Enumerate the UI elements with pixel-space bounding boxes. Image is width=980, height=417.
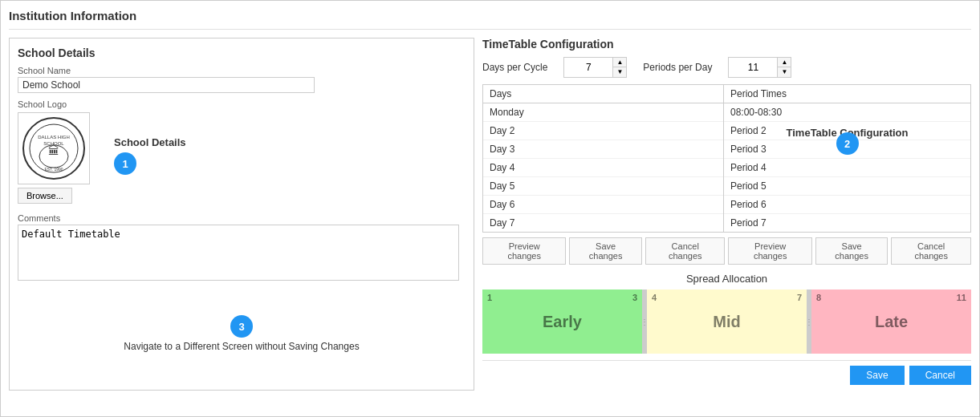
periods-col: Period Times 08:00-08:30Period 2Period 3… bbox=[724, 85, 970, 232]
list-item[interactable]: Day 7 bbox=[483, 214, 723, 232]
days-per-cycle-input[interactable] bbox=[564, 60, 612, 75]
periods-per-day-spinner[interactable]: ▲ ▼ bbox=[728, 57, 791, 78]
badge-3: 3 bbox=[230, 315, 253, 338]
list-item[interactable]: Period 5 bbox=[724, 177, 970, 196]
school-name-label: School Name bbox=[18, 66, 466, 75]
svg-text:🏛: 🏛 bbox=[48, 144, 59, 157]
periods-list[interactable]: 08:00-08:30Period 2Period 3Period 4Perio… bbox=[724, 103, 970, 232]
nav-section: 3 Navigate to a Different Screen without… bbox=[18, 315, 466, 352]
days-header: Days bbox=[483, 85, 723, 103]
list-item[interactable]: Day 5 bbox=[483, 177, 723, 196]
periods-per-day-input[interactable] bbox=[729, 60, 777, 75]
late-start: 8 bbox=[816, 293, 821, 302]
early-start: 1 bbox=[487, 293, 492, 302]
late-end: 11 bbox=[957, 293, 966, 302]
school-name-input[interactable] bbox=[18, 77, 315, 93]
mid-label: Mid bbox=[713, 313, 740, 331]
cancel-button[interactable]: Cancel bbox=[909, 366, 971, 385]
right-panel: TimeTable Configuration Days per Cycle ▲… bbox=[482, 38, 971, 391]
days-col: Days MondayDay 2Day 3Day 4Day 5Day 6Day … bbox=[483, 85, 724, 232]
school-logo-label: School Logo bbox=[18, 99, 466, 109]
days-down-btn[interactable]: ▼ bbox=[613, 67, 626, 77]
spread-bars: 1 Early 3 ⋮ 4 Mid 7 ⋮ 8 Late 11 bbox=[482, 289, 971, 354]
list-item[interactable]: Day 3 bbox=[483, 140, 723, 159]
periods-up-btn[interactable]: ▲ bbox=[778, 58, 791, 67]
mid-bar: 4 Mid 7 bbox=[647, 289, 807, 354]
browse-button[interactable]: Browse... bbox=[18, 188, 72, 204]
spread-section: Spread Allocation 1 Early 3 ⋮ 4 Mid 7 ⋮ bbox=[482, 273, 971, 354]
school-logo-svg: DALLAS HIGH SCHOOL 🏛 EST. 1990 bbox=[22, 116, 86, 180]
spread-title: Spread Allocation bbox=[482, 273, 971, 285]
list-item[interactable]: Monday bbox=[483, 103, 723, 122]
days-list[interactable]: MondayDay 2Day 3Day 4Day 5Day 6Day 7 bbox=[483, 103, 723, 232]
school-details-heading: School Details bbox=[18, 47, 466, 59]
list-item[interactable]: Day 6 bbox=[483, 196, 723, 214]
save-button[interactable]: Save bbox=[850, 366, 904, 385]
days-per-cycle-label: Days per Cycle bbox=[482, 62, 547, 73]
logo-row: DALLAS HIGH SCHOOL 🏛 EST. 1990 Browse...… bbox=[18, 112, 466, 204]
early-end: 3 bbox=[632, 293, 637, 302]
logo-box: DALLAS HIGH SCHOOL 🏛 EST. 1990 bbox=[18, 112, 90, 184]
list-item[interactable]: 08:00-08:30 bbox=[724, 103, 970, 122]
nav-text: Navigate to a Different Screen without S… bbox=[18, 341, 466, 352]
list-item[interactable]: Period 6 bbox=[724, 196, 970, 214]
svg-text:EST. 1990: EST. 1990 bbox=[44, 167, 63, 172]
main-content: School Details School Name School Logo D… bbox=[9, 38, 971, 391]
list-item[interactable]: Period 4 bbox=[724, 159, 970, 177]
page-wrapper: Institution Information School Details S… bbox=[0, 0, 980, 417]
page-title: Institution Information bbox=[9, 9, 971, 30]
list-item[interactable]: Day 4 bbox=[483, 159, 723, 177]
comments-textarea[interactable] bbox=[18, 225, 459, 281]
save-changes-btn-1[interactable]: Save changes bbox=[569, 237, 642, 265]
logo-column: DALLAS HIGH SCHOOL 🏛 EST. 1990 Browse... bbox=[18, 112, 90, 204]
btn-row-left: Preview changes Save changes Cancel chan… bbox=[482, 237, 971, 265]
comments-label: Comments bbox=[18, 213, 466, 223]
periods-header: Period Times bbox=[724, 85, 970, 103]
days-per-cycle-spinner[interactable]: ▲ ▼ bbox=[563, 57, 627, 78]
late-bar: 8 Late 11 bbox=[811, 289, 971, 354]
list-item[interactable]: Day 2 bbox=[483, 122, 723, 140]
save-changes-btn-2[interactable]: Save changes bbox=[815, 237, 889, 265]
early-label: Early bbox=[543, 313, 582, 331]
early-bar: 1 Early 3 bbox=[482, 289, 642, 354]
school-details-right: School Details 1 bbox=[98, 112, 186, 175]
cancel-changes-btn-1[interactable]: Cancel changes bbox=[645, 237, 726, 265]
badge-2: 2 bbox=[836, 132, 859, 155]
days-periods-container: Days MondayDay 2Day 3Day 4Day 5Day 6Day … bbox=[482, 84, 971, 233]
periods-down-btn[interactable]: ▼ bbox=[778, 67, 791, 77]
tt-config-row: Days per Cycle ▲ ▼ Periods per Day ▲ ▼ bbox=[482, 57, 971, 78]
mid-start: 4 bbox=[652, 293, 657, 302]
left-panel: School Details School Name School Logo D… bbox=[9, 38, 474, 391]
tt-section-title: TimeTable Configuration bbox=[482, 38, 971, 51]
preview-changes-btn-1[interactable]: Preview changes bbox=[482, 237, 566, 265]
cancel-changes-btn-2[interactable]: Cancel changes bbox=[891, 237, 971, 265]
badge-1: 1 bbox=[114, 152, 136, 175]
list-item[interactable]: Period 7 bbox=[724, 214, 970, 232]
school-details-label: School Details bbox=[114, 136, 186, 148]
bottom-bar: Save Cancel bbox=[482, 360, 971, 385]
periods-per-day-label: Periods per Day bbox=[643, 62, 712, 73]
preview-changes-btn-2[interactable]: Preview changes bbox=[728, 237, 811, 265]
days-up-btn[interactable]: ▲ bbox=[613, 58, 626, 67]
mid-end: 7 bbox=[797, 293, 802, 302]
late-label: Late bbox=[875, 313, 908, 331]
days-spinner-btns: ▲ ▼ bbox=[612, 58, 626, 77]
periods-spinner-btns: ▲ ▼ bbox=[777, 58, 791, 77]
svg-text:DALLAS HIGH: DALLAS HIGH bbox=[38, 135, 70, 140]
